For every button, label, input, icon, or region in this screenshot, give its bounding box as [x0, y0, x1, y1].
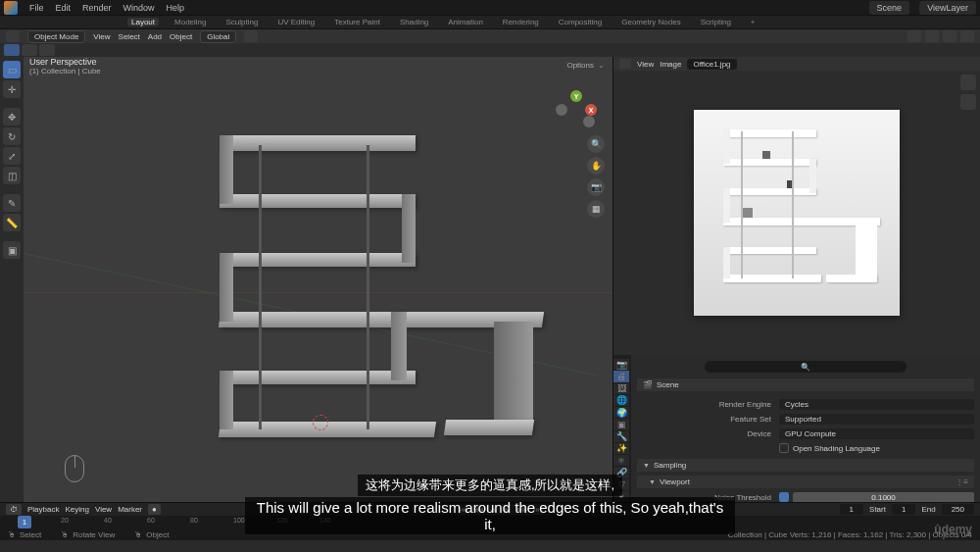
img-image-menu[interactable]: Image	[660, 60, 681, 69]
pan-icon[interactable]: ✋	[587, 157, 605, 175]
header-select[interactable]: Select	[119, 32, 140, 41]
feature-set-label: Feature Set	[637, 415, 779, 424]
device-label: Device	[637, 429, 779, 438]
tool-annotate[interactable]: ✎	[3, 194, 21, 212]
shading-material-icon[interactable]	[943, 30, 956, 42]
3d-model-shelf	[200, 116, 533, 449]
viewport-options[interactable]: Options ⌄	[566, 61, 605, 70]
tab-scripting[interactable]: Scripting	[697, 18, 735, 26]
tool-scale[interactable]: ⤢	[3, 147, 21, 165]
device-select[interactable]: GPU Compute	[779, 428, 974, 439]
menu-render[interactable]: Render	[82, 3, 112, 13]
tool-setting-2[interactable]	[39, 44, 55, 56]
shading-rendered-icon[interactable]	[960, 30, 974, 42]
nav-gizmo[interactable]: Y X	[556, 86, 597, 127]
render-engine-select[interactable]: Cycles	[779, 399, 974, 410]
axis-x[interactable]: X	[585, 104, 597, 116]
image-side-tools	[960, 75, 976, 110]
prop-tab-world[interactable]: 🌍	[613, 407, 629, 418]
axis-neg[interactable]	[583, 116, 595, 127]
noise-threshold-checkbox[interactable]	[779, 492, 789, 502]
workspace-tabs: Layout Modeling Sculpting UV Editing Tex…	[0, 16, 980, 29]
prop-tab-render[interactable]: 📷	[613, 359, 629, 370]
props-search-input[interactable]: 🔍	[705, 361, 906, 373]
mode-selector[interactable]: Object Mode	[27, 30, 85, 43]
tool-measure[interactable]: 📏	[3, 214, 21, 231]
tab-modeling[interactable]: Modeling	[171, 18, 210, 26]
prop-tab-physics[interactable]: ⚛	[613, 455, 629, 466]
feature-set-select[interactable]: Supported	[779, 414, 974, 425]
menu-window[interactable]: Window	[123, 3, 155, 13]
viewport-header: Object Mode View Select Add Object Globa…	[0, 29, 980, 43]
shading-solid-icon[interactable]	[925, 30, 939, 42]
prop-tab-particle[interactable]: ✨	[613, 443, 629, 454]
tab-compositing[interactable]: Compositing	[555, 18, 606, 26]
tab-add[interactable]: +	[747, 18, 760, 26]
reference-image	[694, 110, 900, 316]
img-tool-2[interactable]	[960, 94, 976, 110]
perspective-icon[interactable]: ▦	[587, 200, 605, 218]
zoom-icon[interactable]: 🔍	[587, 135, 605, 153]
tl-view[interactable]: View	[95, 505, 112, 514]
menu-edit[interactable]: Edit	[56, 3, 72, 13]
menu-help[interactable]: Help	[167, 3, 185, 13]
tab-sculpting[interactable]: Sculpting	[222, 18, 263, 26]
autokey-icon[interactable]: ●	[148, 504, 161, 515]
tl-marker[interactable]: Marker	[118, 505, 142, 514]
tl-playback[interactable]: Playback	[27, 505, 59, 514]
prop-tab-modifier[interactable]: 🔧	[613, 431, 629, 442]
img-tool-1[interactable]	[960, 75, 976, 90]
timeline-icon[interactable]: ⏱	[6, 504, 22, 515]
start-frame[interactable]: 1	[892, 504, 915, 515]
prop-tab-scene[interactable]: 🌐	[613, 395, 629, 406]
tab-texture[interactable]: Texture Paint	[330, 18, 384, 26]
blender-logo	[4, 1, 18, 15]
image-editor-icon[interactable]	[619, 59, 631, 69]
tool-add-cube[interactable]: ▣	[3, 241, 21, 259]
editor-type-icon[interactable]	[6, 30, 20, 42]
header-view[interactable]: View	[93, 32, 110, 41]
tool-rotate[interactable]: ↻	[3, 127, 21, 145]
axis-z[interactable]	[556, 104, 567, 116]
menu-file[interactable]: File	[29, 3, 44, 13]
tl-keying[interactable]: Keying	[65, 505, 88, 514]
header-object[interactable]: Object	[170, 32, 192, 41]
axis-y[interactable]: Y	[570, 90, 582, 102]
udemy-watermark: ûdemy	[934, 523, 972, 536]
tab-animation[interactable]: Animation	[444, 18, 487, 26]
tool-setting-1[interactable]	[22, 44, 37, 56]
image-file-selector[interactable]: Office1.jpg	[687, 59, 736, 70]
3d-viewport[interactable]: User Perspective (1) Collection | Cube O…	[24, 57, 612, 502]
tab-rendering[interactable]: Rendering	[499, 18, 543, 26]
header-add[interactable]: Add	[148, 32, 162, 41]
img-view-menu[interactable]: View	[637, 60, 654, 69]
viewlayer-selector[interactable]: ViewLayer	[919, 1, 976, 15]
snap-icon[interactable]	[244, 30, 258, 42]
end-frame[interactable]: 250	[942, 504, 974, 515]
sampling-section[interactable]: ▼Sampling	[637, 459, 974, 472]
scene-selector[interactable]: Scene	[869, 1, 910, 15]
camera-icon[interactable]: 📷	[587, 178, 605, 196]
tool-transform[interactable]: ◫	[3, 167, 21, 184]
shading-wireframe-icon[interactable]	[907, 30, 921, 42]
tab-uv[interactable]: UV Editing	[273, 18, 318, 26]
prop-tab-output[interactable]: 🖨	[613, 371, 629, 381]
tool-move[interactable]: ✥	[3, 108, 21, 125]
end-label: End	[921, 505, 935, 514]
image-viewer[interactable]	[613, 71, 980, 355]
tab-geonodes[interactable]: Geometry Nodes	[617, 18, 684, 26]
orientation-selector[interactable]: Global	[200, 30, 236, 43]
prop-tab-object[interactable]: ▣	[613, 419, 629, 429]
current-frame[interactable]: 1	[840, 504, 863, 515]
prop-tab-view[interactable]: 🖼	[613, 383, 629, 394]
viewport-info: User Perspective (1) Collection | Cube	[29, 57, 101, 75]
tool-cursor[interactable]: ✛	[3, 80, 21, 98]
tab-layout[interactable]: Layout	[127, 18, 159, 26]
tool-select-box[interactable]: ▭	[3, 61, 21, 78]
ref-pole-1	[741, 131, 743, 278]
tab-shading[interactable]: Shading	[396, 18, 432, 26]
nav-tools: 🔍 ✋ 📷 ▦	[587, 135, 605, 218]
select-mode-icon[interactable]	[4, 44, 20, 56]
osl-checkbox[interactable]	[779, 443, 789, 453]
noise-threshold-input[interactable]: 0.1000	[793, 492, 974, 503]
